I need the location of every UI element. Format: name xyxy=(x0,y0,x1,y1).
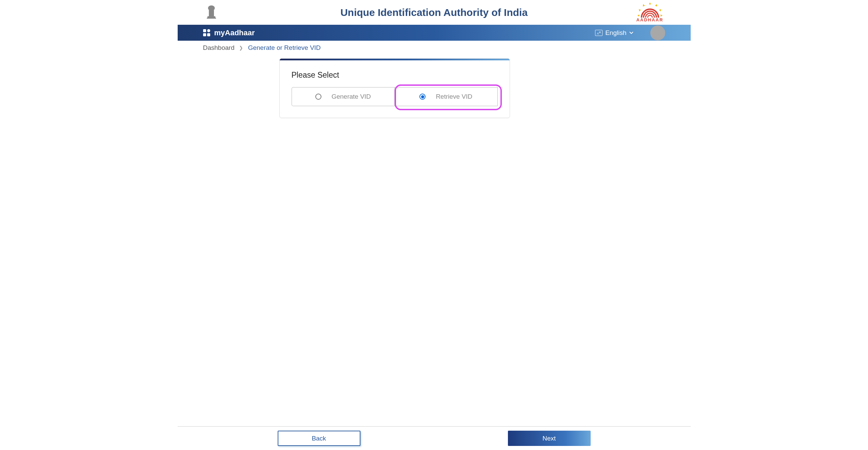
radio-icon xyxy=(315,94,321,100)
breadcrumb-current[interactable]: Generate or Retrieve VID xyxy=(248,44,320,52)
page-title: Unique Identification Authority of India xyxy=(340,7,528,18)
nav-bar: myAadhaar Aअ English xyxy=(178,25,691,41)
radio-retrieve-vid[interactable]: Retrieve VID xyxy=(394,87,498,106)
avatar[interactable] xyxy=(650,25,665,40)
svg-rect-1 xyxy=(209,10,214,16)
language-label: English xyxy=(605,29,626,37)
next-button[interactable]: Next xyxy=(508,431,591,446)
svg-rect-3 xyxy=(207,18,216,19)
radio-group: Generate VID Retrieve VID xyxy=(292,87,498,106)
footer-actions: Back Next xyxy=(178,426,691,450)
svg-marker-9 xyxy=(637,15,639,17)
radio-generate-vid[interactable]: Generate VID xyxy=(292,87,395,106)
svg-marker-8 xyxy=(659,9,661,12)
radio-label-generate: Generate VID xyxy=(332,93,371,100)
aadhaar-sun-icon xyxy=(635,2,665,19)
breadcrumb-dashboard[interactable]: Dashboard xyxy=(203,44,235,52)
emblem-icon xyxy=(205,5,217,20)
svg-marker-4 xyxy=(649,2,651,4)
card-title: Please Select xyxy=(292,71,498,80)
chevron-down-icon xyxy=(629,32,633,34)
app-grid-icon xyxy=(203,29,210,36)
radio-label-retrieve: Retrieve VID xyxy=(436,93,472,100)
top-header: Unique Identification Authority of India… xyxy=(178,0,691,25)
svg-marker-10 xyxy=(660,15,663,17)
svg-marker-6 xyxy=(655,4,657,6)
nav-brand[interactable]: myAadhaar xyxy=(203,28,255,37)
back-button[interactable]: Back xyxy=(278,431,360,446)
app-name: myAadhaar xyxy=(214,28,255,37)
radio-icon-selected xyxy=(419,94,426,100)
selection-card: Please Select Generate VID Retrieve VID xyxy=(279,58,510,118)
svg-point-0 xyxy=(208,5,215,11)
language-selector[interactable]: Aअ English xyxy=(595,29,633,37)
aadhaar-logo-text: AADHAAR xyxy=(636,17,664,22)
svg-rect-2 xyxy=(208,16,215,18)
india-emblem xyxy=(203,2,220,23)
aadhaar-logo: AADHAAR xyxy=(635,2,665,23)
translate-icon: Aअ xyxy=(595,30,603,36)
svg-marker-5 xyxy=(643,4,645,6)
chevron-right-icon: ❯ xyxy=(239,45,243,51)
svg-marker-7 xyxy=(639,9,641,12)
breadcrumb: Dashboard ❯ Generate or Retrieve VID xyxy=(178,41,691,55)
